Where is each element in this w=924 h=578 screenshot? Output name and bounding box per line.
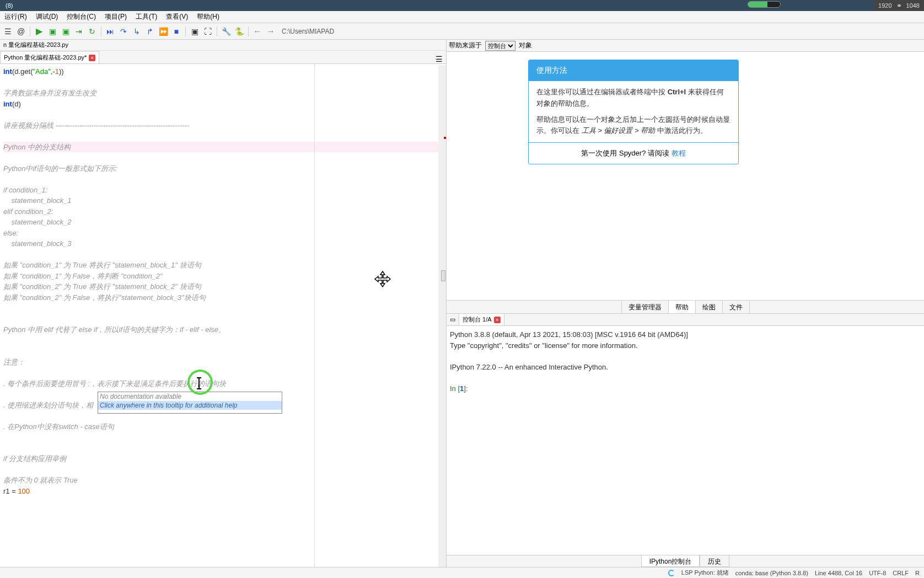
debug-into-icon[interactable]: ↳ xyxy=(131,26,142,37)
help-source-select[interactable]: 控制台 xyxy=(485,41,515,51)
scroll-marker xyxy=(444,137,446,139)
tutorial-link[interactable]: 教程 xyxy=(671,149,686,157)
menu-debug[interactable]: 调试(D) xyxy=(31,12,63,22)
tab-history[interactable]: 历史 xyxy=(700,555,729,567)
save-layout-icon[interactable]: ▣ xyxy=(189,26,200,37)
menu-help[interactable]: 帮助(H) xyxy=(192,12,224,22)
status-cursor-pos: Line 4488, Col 16 xyxy=(815,570,862,576)
tooltip-line2[interactable]: Click anywhere in this tooltip for addit… xyxy=(98,401,282,410)
editor-scrollbar[interactable] xyxy=(438,65,446,567)
help-card: 使用方法 在这里你可以通过在编辑器或者终端中按 Ctrl+I 来获得任何对象的帮… xyxy=(528,60,739,164)
title-bar: (8) 1920 ⚭ 1048 xyxy=(0,0,924,11)
tab-menu-icon[interactable]: ☰ xyxy=(432,55,446,63)
screen-width: 1920 xyxy=(878,2,891,9)
forward-icon[interactable]: → xyxy=(265,26,276,37)
console-pane: ▭ 控制台 1/A × Python 3.8.8 (default, Apr 1… xyxy=(447,313,924,567)
close-icon[interactable]: × xyxy=(89,55,95,61)
editor-tabs: Python 量化编程基础-2023.py* × ☰ xyxy=(0,51,446,64)
working-dir-field[interactable]: C:\Users\MIAPAD xyxy=(282,28,922,35)
tab-variable-explorer[interactable]: 变量管理器 xyxy=(621,301,669,313)
tab-ipython-console[interactable]: IPython控制台 xyxy=(641,555,700,567)
status-eol[interactable]: CRLF xyxy=(893,570,909,576)
resource-gauge xyxy=(748,1,781,8)
editor-tab-label: Python 量化编程基础-2023.py* xyxy=(4,53,87,62)
right-pane: 帮助来源于 控制台 对象 使用方法 在这里你可以通过在编辑器或者终端中按 Ctr… xyxy=(447,40,924,567)
preferences-icon[interactable]: 🔧 xyxy=(221,26,232,37)
help-source-label: 帮助来源于 xyxy=(449,41,482,50)
menu-view[interactable]: 查看(V) xyxy=(162,12,192,22)
console-menu-icon[interactable]: ▭ xyxy=(447,316,459,323)
menu-project[interactable]: 项目(P) xyxy=(100,12,131,22)
run-selection-icon[interactable]: ⇥ xyxy=(73,26,84,37)
help-body: 使用方法 在这里你可以通过在编辑器或者终端中按 Ctrl+I 来获得任何对象的帮… xyxy=(447,52,924,300)
at-icon[interactable]: @ xyxy=(15,26,26,37)
column-ruler xyxy=(314,64,315,567)
debug-next-icon[interactable]: ⏭ xyxy=(105,26,116,37)
status-bar: LSP Python: 就绪 conda: base (Python 3.8.8… xyxy=(0,567,924,578)
python-icon[interactable]: 🐍 xyxy=(234,26,245,37)
menu-tools[interactable]: 工具(T) xyxy=(131,12,162,22)
spinner-icon xyxy=(668,570,675,576)
tab-files[interactable]: 文件 xyxy=(723,301,750,313)
fullscreen-icon[interactable]: ⛶ xyxy=(202,26,213,37)
doc-tooltip[interactable]: No documentation available Click anywher… xyxy=(98,392,282,414)
toolbar: ☰ @ ▶ ▣ ▣ ⇥ ↻ ⏭ ↷ ↳ ↱ ⏩ ■ ▣ ⛶ 🔧 🐍 ← → C:… xyxy=(0,23,924,40)
tooltip-line1: No documentation available xyxy=(98,392,282,401)
right-pane-tabs: 变量管理器 帮助 绘图 文件 xyxy=(447,300,924,313)
help-card-title: 使用方法 xyxy=(529,60,738,81)
tab-help[interactable]: 帮助 xyxy=(669,301,696,313)
rerun-icon[interactable]: ↻ xyxy=(87,26,98,37)
title-label: (8) xyxy=(6,2,13,9)
status-encoding[interactable]: UTF-8 xyxy=(869,570,886,576)
help-object-label: 对象 xyxy=(519,41,532,50)
back-icon[interactable]: ← xyxy=(252,26,263,37)
screen-height: 1048 xyxy=(906,2,920,9)
run-cell-next-icon[interactable]: ▣ xyxy=(60,26,71,37)
screen-stats: 1920 ⚭ 1048 xyxy=(874,0,924,11)
close-icon[interactable]: × xyxy=(494,317,501,323)
console-tab-label: 控制台 1/A xyxy=(463,315,492,324)
help-card-p1: 在这里你可以通过在编辑器或者终端中按 Ctrl+I 来获得任何对象的帮助信息。 xyxy=(536,87,730,110)
run-cell-icon[interactable]: ▣ xyxy=(47,26,58,37)
menu-console[interactable]: 控制台(C) xyxy=(62,12,100,22)
debug-out-icon[interactable]: ↱ xyxy=(144,26,155,37)
help-header: 帮助来源于 控制台 对象 xyxy=(447,40,924,52)
menu-run[interactable]: 运行(R) xyxy=(0,12,31,22)
debug-stop-icon[interactable]: ■ xyxy=(171,26,182,37)
console-bottom-tabs: IPython控制台 历史 xyxy=(447,555,924,567)
console-tab-active[interactable]: 控制台 1/A × xyxy=(459,313,504,326)
menu-bar: 运行(R) 调试(D) 控制台(C) 项目(P) 工具(T) 查看(V) 帮助(… xyxy=(0,11,924,23)
status-readwrite: R xyxy=(915,570,920,576)
debug-continue-icon[interactable]: ⏩ xyxy=(158,26,169,37)
code-editor[interactable]: int(d.get("Ada",-1)) 字典数据本身并没有发生改变 int(d… xyxy=(0,64,446,567)
splitter-handle[interactable] xyxy=(441,270,445,281)
link-icon: ⚭ xyxy=(896,2,902,9)
run-icon[interactable]: ▶ xyxy=(34,26,45,37)
editor-filepath: n 量化编程基础-2023.py xyxy=(0,40,446,51)
tab-plots[interactable]: 绘图 xyxy=(696,301,723,313)
editor-tab-active[interactable]: Python 量化编程基础-2023.py* × xyxy=(0,51,99,63)
outline-icon[interactable]: ☰ xyxy=(2,26,13,37)
help-card-p2: 帮助信息可以在一个对象之后加上一个左圆括号的时候自动显示。你可以在 工具 > 偏… xyxy=(536,114,730,137)
highlighted-line: Python 中的分支结构 xyxy=(3,142,443,153)
help-card-footer: 第一次使用 Spyder? 请阅读 教程 xyxy=(529,142,738,164)
console-tabs: ▭ 控制台 1/A × xyxy=(447,314,924,326)
text-cursor-icon xyxy=(198,378,200,388)
debug-step-icon[interactable]: ↷ xyxy=(118,26,129,37)
move-cursor-icon xyxy=(374,270,391,288)
status-lsp: LSP Python: 就绪 xyxy=(681,569,729,577)
status-conda[interactable]: conda: base (Python 3.8.8) xyxy=(735,570,808,576)
console-output[interactable]: Python 3.8.8 (default, Apr 13 2021, 15:0… xyxy=(447,326,924,555)
editor-pane: n 量化编程基础-2023.py Python 量化编程基础-2023.py* … xyxy=(0,40,447,567)
